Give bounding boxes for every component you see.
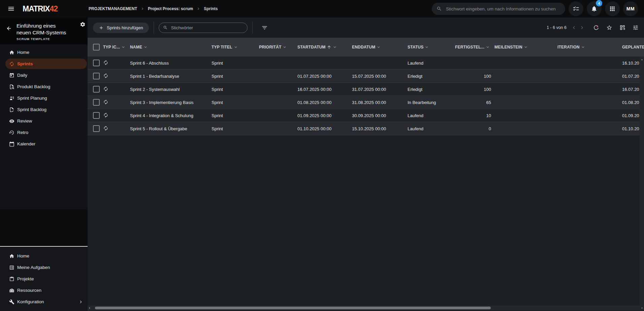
horizontal-scroll-thumb[interactable] [95,307,491,309]
menu-icon[interactable] [7,5,15,12]
sidebar-header: Einführung eines neuen CRM-Systems SCRUM… [0,18,88,44]
row-checkbox[interactable] [93,125,100,132]
sidebar-item-home[interactable]: Home [5,251,87,261]
sidebar-item-daily[interactable]: Daily [5,70,87,80]
keyword-search[interactable] [159,23,248,33]
row-checkbox[interactable] [93,99,100,106]
scroll-left-icon[interactable] [88,306,92,310]
column-header-typ-titel[interactable]: TYP TITEL [212,45,259,49]
add-sprints-label: Sprints hinzufügen [107,25,143,30]
row-checkbox[interactable] [93,60,100,66]
eye-icon [9,118,14,124]
row-checkbox[interactable] [93,112,100,119]
page-next-icon[interactable] [579,25,585,31]
clipboard-icon [9,276,14,282]
cell-status: Erledigt [408,87,455,92]
select-all-checkbox-cell [93,44,103,50]
page-prev-icon[interactable] [571,25,577,31]
column-header-iteration[interactable]: ITERATION [557,45,622,49]
breadcrumb-item-projektmanagement[interactable]: PROJEKTMANAGEMENT [89,6,137,11]
sidebar-item-review[interactable]: Review [5,116,87,126]
keyword-search-input[interactable] [170,25,243,31]
global-search-input[interactable] [445,6,560,12]
sidebar-item-kalender[interactable]: Kalender [5,139,87,149]
sidebar-item-sprint-backlog[interactable]: Sprint Backlog [5,104,87,115]
column-header-meilenstein[interactable]: MEILENSTEIN [494,45,557,49]
back-arrow-icon[interactable] [6,26,12,31]
chevron-down-icon [233,45,238,49]
cell-fertigstellung: 100 [455,74,494,79]
sprint-icon [103,126,108,131]
sidebar-item-label: Retro [17,130,28,135]
tune-settings-icon[interactable] [633,25,639,31]
bell-icon [591,5,598,12]
scroll-up-icon[interactable] [640,58,644,61]
sidebar: Einführung eines neuen CRM-Systems SCRUM… [0,18,88,311]
table-row[interactable]: Sprint 6 - AbschlussSprintLaufend16.10.2… [88,57,644,70]
column-header-typ-icon[interactable]: TYP IC... [103,45,130,49]
cell-status: Laufend [408,113,455,118]
sidebar-item-label: Meine Aufgaben [17,265,50,270]
column-header-enddatum[interactable]: ENDDATUM [352,45,408,49]
app-grid-button[interactable] [605,1,620,16]
sidebar-item-produkt-backlog[interactable]: Produkt Backlog [5,81,87,92]
horizontal-scroll-track[interactable] [92,306,640,310]
sidebar-item-label: Ressourcen [17,288,41,293]
table-row[interactable]: Sprint 2 - SystemauswahlSprint16.07.2025… [88,83,644,96]
search-icon [437,6,442,11]
cell-typ-titel: Sprint [212,126,259,131]
toolbar-divider [252,22,253,34]
dashboard-customize-icon[interactable] [619,25,625,31]
table-row[interactable]: Sprint 1 - BedarfsanalyseSprint01.07.202… [88,70,644,83]
vertical-scrollbar[interactable] [640,57,644,306]
column-header-name[interactable]: NAME [130,45,212,49]
cell-name: Sprint 6 - Abschluss [130,61,212,66]
refresh-icon[interactable] [593,25,599,31]
sidebar-item-sprints[interactable]: Sprints [5,59,87,69]
sidebar-item-meine-aufgaben[interactable]: Meine Aufgaben [5,262,87,273]
cell-startdatum: 01.08.2025 00:00 [297,100,352,105]
row-checkbox[interactable] [93,73,100,79]
user-avatar[interactable]: MM [623,1,638,16]
favorite-star-icon[interactable] [606,25,612,31]
column-header-status[interactable]: STATUS [408,45,455,49]
horizontal-scrollbar[interactable] [88,306,644,310]
notifications-button[interactable]: 4 [587,1,602,16]
cell-startdatum: 01.10.2025 00:00 [297,126,352,131]
sidebar-item-sprint-planung[interactable]: Sprint Planung [5,93,87,103]
cell-startdatum: 01.07.2025 00:00 [297,74,352,79]
table-row[interactable]: Sprint 4 - Integration & SchulungSprint0… [88,109,644,122]
row-checkbox[interactable] [93,86,100,93]
sidebar-item-retro[interactable]: Retro [5,127,87,138]
global-search[interactable] [432,3,565,15]
logo-accent-text: 42 [50,4,58,13]
sidebar-item-home[interactable]: Home [5,47,87,58]
sidebar-item-konfiguration[interactable]: Konfiguration [5,297,87,307]
scroll-right-icon[interactable] [640,306,644,310]
column-header-fertigstellung[interactable]: FERTIGSTEL... [455,45,494,49]
filter-icon[interactable] [261,25,268,31]
sidebar-item-label: Sprint Backlog [17,107,46,112]
cell-status: In Bearbeitung [408,100,455,105]
add-sprints-button[interactable]: Sprints hinzufügen [93,23,149,33]
breadcrumb-item-sprints[interactable]: Sprints [204,6,218,11]
column-header-prioritaet[interactable]: PRIORITÄT [259,45,297,49]
sprint-icon [103,86,108,92]
cell-name: Sprint 3 - Implementierung Basis [130,100,212,105]
cell-startdatum: 01.09.2025 00:00 [297,113,352,118]
row-checkbox-cell [93,125,103,132]
breadcrumb-item-project-process-scrum[interactable]: Project Process: scrum [148,6,193,11]
table-row[interactable]: Sprint 3 - Implementierung BasisSprint01… [88,96,644,109]
column-header-startdatum[interactable]: STARTDATUM [297,45,352,49]
sidebar-item-ressourcen[interactable]: Ressourcen [5,285,87,296]
sidebar-item-label: Home [17,253,29,258]
sidebar-item-projekte[interactable]: Projekte [5,274,87,284]
cell-typ-titel: Sprint [212,100,259,105]
table-row[interactable]: Sprint 5 - Rollout & ÜbergabeSprint01.10… [88,122,644,135]
column-header-geplant[interactable]: GEPLANTE [622,45,644,49]
tasks-button[interactable] [569,1,583,16]
gear-icon[interactable] [80,22,86,27]
cell-enddatum: 15.10.2025 00:00 [352,126,408,131]
select-all-checkbox[interactable] [93,44,100,50]
table-header: TYP IC...NAMETYP TITELPRIORITÄTSTARTDATU… [88,38,644,57]
